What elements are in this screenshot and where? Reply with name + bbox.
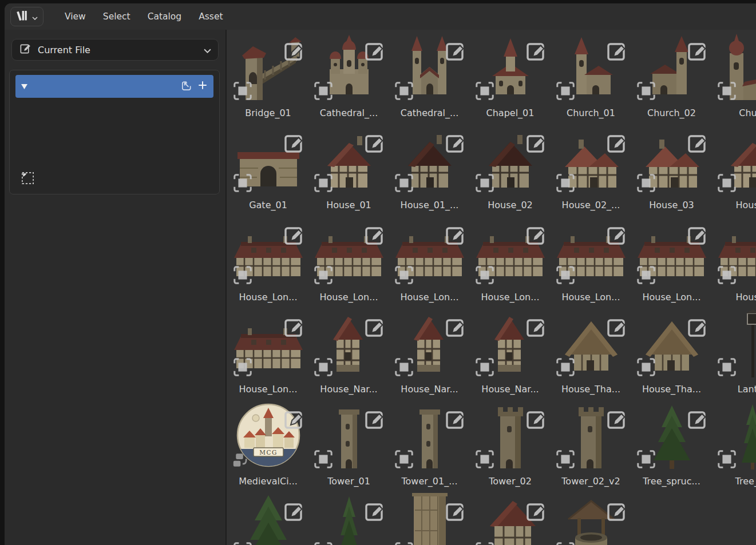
asset-thumbnail [635,125,708,198]
asset-label: House_ [735,200,756,210]
asset-tile[interactable] [389,493,470,545]
asset-tile-church-01[interactable]: Church_01 [551,33,631,125]
edit-asset-badge-icon [283,316,305,340]
asset-label: House_01_... [401,200,459,210]
asset-tile-tower-01[interactable]: Tower_01 [308,401,389,493]
asset-tile-house-lon[interactable]: House_Lon... [389,217,470,309]
asset-tile-house-lon[interactable]: House_Lon... [308,217,389,309]
asset-tile-house-02[interactable]: House_02_... [551,125,631,217]
asset-thumbnail [232,125,305,198]
asset-thumbnail [312,401,386,474]
asset-label: House_02 [488,200,533,210]
chevron-down-icon [32,11,38,22]
asset-tile-gate-01[interactable]: Gate_01 [228,125,308,217]
sidebar: Current File [5,30,227,545]
object-data-icon [636,449,656,472]
chevron-down-icon [204,45,211,55]
asset-tile-tree-sp[interactable]: Tree_sp [712,401,756,493]
asset-label: House_Lon... [320,292,378,303]
object-data-icon [555,449,576,472]
asset-tile-tower-02[interactable]: Tower_02 [470,401,551,493]
add-catalog-icon[interactable] [197,80,208,93]
collection-data-icon [232,450,252,472]
edit-asset-badge-icon [364,500,386,524]
menu-view[interactable]: View [56,8,94,25]
asset-grid-area: Bridge_01Cathedral_...Cathedral_...Chape… [227,30,756,545]
asset-tile-house-02[interactable]: House_02 [470,125,551,217]
asset-thumbnail [232,493,305,545]
editor-type-button[interactable] [10,7,43,26]
asset-tile-house[interactable]: House_ [712,217,756,309]
asset-tile-lanter[interactable]: Lanter [712,309,756,401]
asset-tile-house[interactable]: House_ [712,125,756,217]
asset-thumbnail [312,217,386,290]
asset-label: Tower_01_... [402,476,458,487]
asset-thumbnail [474,125,547,198]
asset-tile-house-tha[interactable]: House_Tha... [551,309,631,401]
asset-tile-house-nar[interactable]: House_Nar... [470,309,551,401]
catalog-item-trees[interactable] [15,144,213,166]
catalog-item-nodegroups[interactable] [15,121,213,144]
asset-tile[interactable] [551,493,631,545]
asset-thumbnail [555,493,628,545]
asset-tile-tower-01[interactable]: Tower_01_... [389,401,470,493]
assign-catalog-icon[interactable] [180,79,193,94]
asset-thumbnail [716,33,756,106]
asset-tile-house-nar[interactable]: House_Nar... [389,309,470,401]
edit-asset-badge-icon [606,500,628,524]
menu-asset[interactable]: Asset [190,8,231,25]
asset-tile-house-tha[interactable]: House_Tha... [631,309,712,401]
asset-tile[interactable] [470,493,551,545]
object-data-icon [717,265,737,288]
menu-select[interactable]: Select [94,8,139,25]
asset-label: House_Lon... [239,292,298,303]
object-data-icon [232,357,253,380]
asset-tile-medievalci[interactable]: MCGMedievalCi... [228,401,308,493]
edit-asset-badge-icon [283,132,305,156]
asset-thumbnail [393,493,466,545]
asset-library-select[interactable]: Current File [11,39,219,61]
catalog-item-all[interactable] [15,75,213,98]
asset-tile-cathedral[interactable]: Cathedral_... [389,33,470,125]
asset-thumbnail [555,125,628,198]
disclosure-triangle-icon[interactable] [15,84,33,89]
asset-tile-chapel-01[interactable]: Chapel_01 [470,33,551,125]
object-data-icon [313,265,334,288]
asset-tile-cathedral[interactable]: Cathedral_... [308,33,389,125]
asset-tile-house-lon[interactable]: House_Lon... [551,217,631,309]
asset-tile-churc[interactable]: Churc [712,33,756,125]
asset-label: Church_01 [567,108,615,118]
asset-thumbnail [716,217,756,290]
object-data-icon [636,265,656,288]
asset-tile-house-lon[interactable]: House_Lon... [228,217,308,309]
asset-tile-bridge-01[interactable]: Bridge_01 [228,33,308,125]
asset-label: Tree_sp [735,476,756,487]
asset-tile-house-03[interactable]: House_03 [631,125,712,217]
asset-tile-tower-02-v2[interactable]: Tower_02_v2 [551,401,631,493]
asset-tile-house-lon[interactable]: House_Lon... [228,309,308,401]
object-data-icon [636,81,656,104]
object-data-icon [474,449,495,472]
menu-catalog[interactable]: Catalog [139,8,191,25]
object-data-icon [313,173,334,196]
asset-tile-church-02[interactable]: Church_02 [631,33,712,125]
object-data-icon [555,541,576,545]
catalog-item-unassigned[interactable] [15,166,213,189]
asset-tile-house-01[interactable]: House_01 [308,125,389,217]
catalog-item-architecture[interactable] [15,98,213,121]
edit-asset-badge-icon [687,40,708,64]
asset-thumbnail [393,33,466,106]
asset-tile-house-lon[interactable]: House_Lon... [631,217,712,309]
asset-label: House_Tha... [642,384,701,395]
asset-tile-house-01[interactable]: House_01_... [389,125,470,217]
asset-tile[interactable] [228,493,308,545]
edit-asset-badge-icon [606,40,628,64]
asset-tile-tree-spruc[interactable]: Tree_spruc... [631,401,712,493]
edit-asset-badge-icon [364,132,386,156]
edit-asset-badge-icon [606,408,628,432]
asset-browser-editor: ViewSelectCatalogAsset Current File Brid… [5,3,756,545]
asset-tile[interactable] [308,493,389,545]
asset-tile-house-lon[interactable]: House_Lon... [470,217,551,309]
asset-label: MedievalCi... [239,476,298,487]
asset-tile-house-nar[interactable]: House_Nar... [308,309,389,401]
